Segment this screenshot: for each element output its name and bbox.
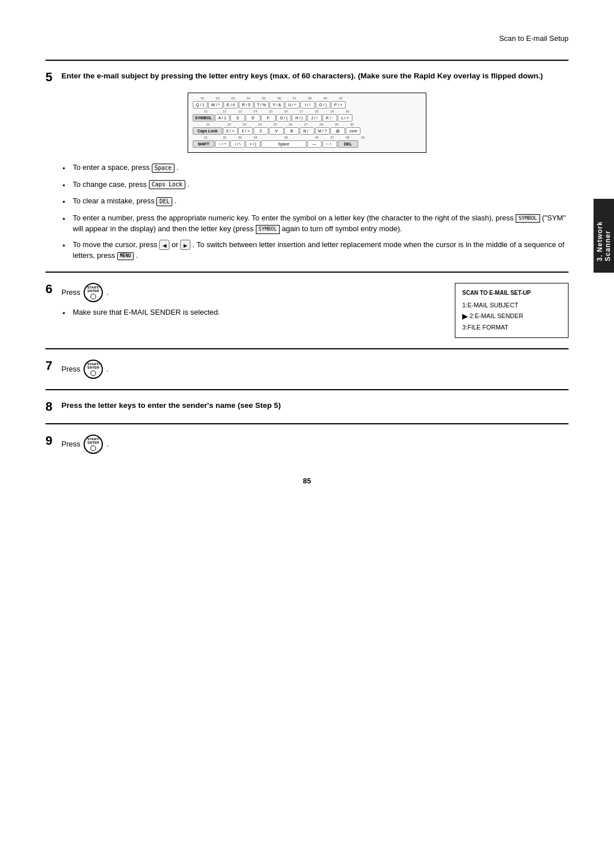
key-b: B: [284, 127, 299, 135]
step-6-press-label: Press: [61, 288, 80, 297]
step-6-bullets: • Make sure that E-MAIL SENDER is select…: [63, 307, 443, 319]
kbd-row-4: SHIFT ~ / ^ / / \ < / [ Space — ~ / . DE…: [193, 140, 421, 148]
rule-after-7: [45, 389, 569, 390]
start-enter-inner-dot: [90, 294, 96, 299]
left-arrow-key: ◄: [159, 240, 169, 250]
kbd-num-row-1: 01 02 03 04 05 06 07 08 09 10: [193, 97, 421, 100]
key-f: F: [261, 114, 276, 122]
step-9: 9 Press START/ENTER .: [45, 435, 569, 454]
step-5: 5 Enter the e-mail subject by pressing t…: [45, 71, 569, 261]
kbd-row-2: SYMBOL A / 1 S D F G / ( H / ) J / / K /…: [193, 114, 421, 122]
page-container: 3. Network Scanner Scan to E-mail Setup …: [0, 0, 614, 868]
step-6-menu-panel: SCAN TO E-MAIL SET-UP 1:E-MAIL SUBJECT ▶…: [455, 283, 569, 338]
rule-after-5: [45, 272, 569, 273]
step-9-header: 9 Press START/ENTER .: [45, 435, 569, 454]
page-number: 85: [45, 477, 569, 485]
key-k: K / ·: [322, 114, 337, 122]
key-p: P / =: [331, 101, 346, 108]
key-s: S: [230, 114, 245, 122]
kbd-num-row-3: 21 22 23 24 25 26 27 28 29 30: [193, 123, 421, 126]
step-5-number: 5: [45, 71, 58, 84]
step-6-layout: 6 Press START/ENTER . • Make sure that E…: [45, 283, 569, 338]
kbd-num-row-4: 31 32 33 34 35 36 37 38 39: [193, 136, 421, 139]
key-z: Z / <: [223, 127, 238, 135]
sidebar-tab: 3. Network Scanner: [594, 199, 614, 273]
step-5-header: 5 Enter the e-mail subject by pressing t…: [45, 71, 569, 84]
key-m: M / ?: [315, 127, 330, 135]
key-g: G / (: [276, 114, 291, 122]
step-9-start-enter-button: START/ENTER: [84, 435, 103, 454]
key-tilde-caret: ~ / ^: [215, 140, 230, 148]
kbd-num-row-2: 11 12 13 14 15 16 17 18 19 20: [193, 110, 421, 113]
key-r: R / 5: [239, 101, 254, 108]
step-6-bullet: • Make sure that E-MAIL SENDER is select…: [63, 307, 443, 319]
step-7-press-label: Press: [61, 365, 80, 373]
step-8-title: Press the letter keys to enter the sende…: [61, 400, 281, 411]
key-q: Q / 1: [193, 101, 208, 108]
bullet-capslock: • To change case, press Caps Lock .: [63, 179, 569, 191]
key-symbol: SYMBOL: [193, 114, 214, 122]
key-shift: SHIFT: [193, 140, 214, 148]
step-7-number: 7: [45, 360, 58, 372]
kbd-row-1: Q / 1 W / * E / # R / 5 T / % Y / & U / …: [193, 101, 421, 108]
key-c: C: [254, 127, 268, 135]
step-5-bullets: • To enter a space, press Space . • To c…: [63, 162, 569, 261]
bullet-space: • To enter a space, press Space .: [63, 162, 569, 174]
del-key-badge: DEL: [156, 197, 172, 206]
key-h: H / ): [292, 114, 306, 122]
key-w: W / *: [208, 101, 223, 108]
key-j: J / /: [307, 114, 322, 122]
bullet-cursor: • To move the cursor, press ◄ or ► . To …: [63, 239, 569, 261]
step-9-period: .: [106, 440, 109, 448]
rule-after-6: [45, 348, 569, 349]
step-7-header: 7 Press START/ENTER .: [45, 360, 569, 379]
key-n: N / `: [300, 127, 314, 135]
key-y: Y / &: [269, 101, 284, 108]
key-v: V: [269, 127, 284, 135]
menu-item-3: 3:FILE FORMAT: [462, 322, 561, 333]
bullet-del: • To clear a mistake, press DEL .: [63, 195, 569, 208]
key-d: D: [246, 114, 260, 122]
step-7-period: .: [106, 365, 109, 373]
key-x: X / >: [238, 127, 253, 135]
symbol-key-badge-2: SYMBOL: [256, 225, 280, 234]
key-lt-bracket: < / [: [246, 140, 260, 148]
page-header: Scan to E-mail Setup: [45, 34, 569, 43]
key-at: @: [330, 127, 345, 135]
step-6-inline: Press START/ENTER .: [61, 283, 109, 302]
keyboard-diagram: 01 02 03 04 05 06 07 08 09 10 Q / 1 W / …: [188, 93, 426, 153]
key-o: O / ): [316, 101, 330, 108]
step-9-inner-dot: [90, 445, 96, 451]
step-9-number: 9: [45, 435, 58, 447]
rule-after-8: [45, 423, 569, 424]
step-8-header: 8 Press the letter keys to enter the sen…: [45, 400, 569, 413]
key-i: I / !: [300, 101, 315, 108]
step-5-title: Enter the e-mail subject by pressing the…: [61, 71, 543, 82]
selected-arrow: ▶: [462, 311, 467, 322]
step-7-start-enter-button: START/ENTER: [84, 360, 103, 379]
step-7-inner-dot: [90, 370, 96, 376]
step-8: 8 Press the letter keys to enter the sen…: [45, 400, 569, 413]
key-dash1: —: [307, 140, 322, 148]
right-arrow-key: ►: [180, 240, 190, 250]
capslock-key-badge: Caps Lock: [149, 180, 185, 189]
key-tilde-dot: ~ / .: [322, 140, 337, 148]
step-6-left: 6 Press START/ENTER . • Make sure that E…: [45, 283, 443, 324]
top-rule: [45, 60, 569, 61]
step-6-header: 6 Press START/ENTER .: [45, 283, 443, 302]
space-key-badge: Space: [152, 164, 175, 173]
key-space: Space: [261, 140, 306, 148]
menu-panel-title: SCAN TO E-MAIL SET-UP: [462, 288, 561, 298]
step-6-number: 6: [45, 283, 58, 295]
bullet-number: • To enter a number, press the appropria…: [63, 212, 569, 235]
menu-item-2-selected: ▶ 2:E-MAIL SENDER: [462, 311, 561, 322]
step-7-inline: Press START/ENTER .: [61, 360, 109, 379]
key-u: U / ^: [285, 101, 300, 108]
kbd-row-3: Caps Lock Z / < X / > C V B N / ` M / ? …: [193, 127, 421, 135]
key-del: DEL: [338, 140, 358, 148]
step-6-period: .: [106, 288, 109, 297]
key-e: E / #: [223, 101, 238, 108]
step-7: 7 Press START/ENTER .: [45, 360, 569, 379]
step-6: 6 Press START/ENTER . • Make sure that E…: [45, 283, 569, 338]
key-t: T / %: [254, 101, 269, 108]
